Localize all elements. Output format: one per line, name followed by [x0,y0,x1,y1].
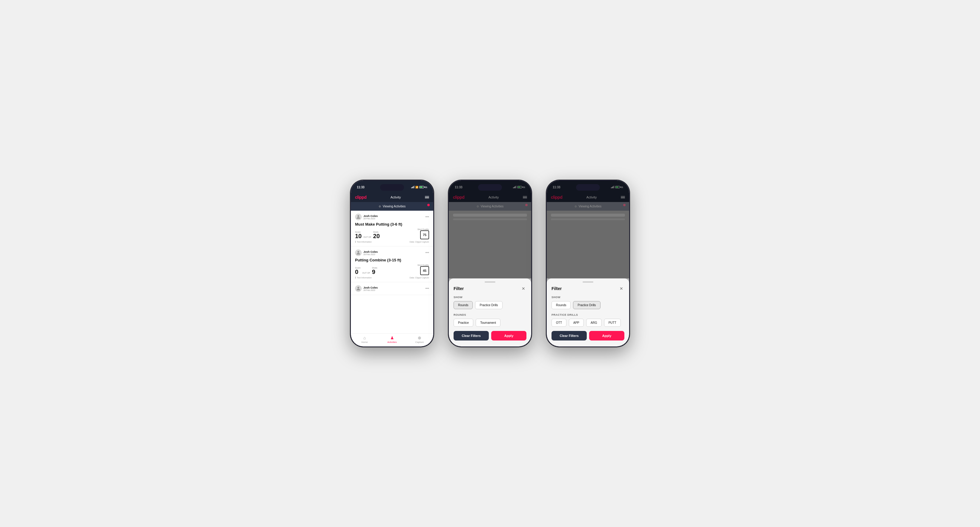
phone-1-screen: 11:33 📶 31 clippd [351,181,433,346]
tournament-btn-2[interactable]: Tournament [476,319,500,327]
more-dots-2[interactable]: ••• [425,251,429,254]
drills-section-3: Practice Drills OTT APP ARG PUTT [552,313,624,327]
nav-activities-1[interactable]: ♟ Activities [378,335,406,343]
more-dots-3[interactable]: ••• [425,287,429,290]
activity-item-1: Josh Coles 28 Feb 2023 ••• Must Make Put… [351,211,433,246]
activity-footer-1: ℹ Test Information Data: Clippd Capture [355,241,429,243]
rounds-label-2: Rounds [453,313,527,316]
capture-icon-1: ⊕ [418,335,421,340]
sq-label-1: Shot Quality [417,228,429,230]
filter-overlay-2: Filter ✕ Show Rounds Practice Drills Rou… [449,181,531,346]
apply-btn-3[interactable]: Apply [589,331,624,340]
test-info-2: ℹ Test Information [355,276,372,279]
user-date-2: 28 Feb 2023 [363,253,378,256]
practice-drills-btn-3[interactable]: Practice Drills [573,301,600,309]
data-source-2: Data: Clippd Capture [410,277,429,279]
user-row-3: Josh Coles 28 Feb 2023 [355,285,378,292]
svg-point-0 [358,215,359,217]
activity-footer-2: ℹ Test Information Data: Clippd Capture [355,276,429,279]
practice-round-btn-2[interactable]: Practice [453,319,473,327]
rounds-section-2: Rounds Practice Tournament [453,313,527,327]
header-title-1: Activity [391,195,401,199]
avatar-2 [355,249,361,256]
nav-home-1[interactable]: ⌂ Home [351,335,378,343]
apply-btn-2[interactable]: Apply [491,331,527,340]
user-name-3: Josh Coles [363,286,378,289]
signal-bars-1 [411,186,414,188]
rounds-btn-2[interactable]: Rounds [453,301,473,309]
app-btn-3[interactable]: APP [569,319,584,327]
sq-badge-1: 75 [420,230,429,239]
putt-btn-3[interactable]: PUTT [604,319,621,327]
nav-home-label-1: Home [361,341,368,343]
filter-header-2: Filter ✕ [453,286,527,292]
close-button-2[interactable]: ✕ [520,286,527,292]
activity-header-2: Josh Coles 28 Feb 2023 ••• [355,249,429,256]
score-value-1: 10 [355,233,361,239]
user-row-2: Josh Coles 28 Feb 2023 [355,249,378,256]
activity-header-1: Josh Coles 28 Feb 2023 ••• [355,214,429,220]
filter-header-3: Filter ✕ [552,286,624,292]
svg-point-2 [358,287,359,289]
status-time-1: 11:33 [357,186,364,189]
user-row-1: Josh Coles 28 Feb 2023 [355,214,378,220]
filter-title-2: Filter [453,286,464,291]
user-info-1: Josh Coles 28 Feb 2023 [363,214,378,220]
show-label-2: Show [453,296,527,299]
ott-btn-3[interactable]: OTT [552,319,566,327]
show-buttons-2: Rounds Practice Drills [453,301,527,309]
filter-sheet-2: Filter ✕ Show Rounds Practice Drills Rou… [449,278,531,346]
battery-1 [419,186,424,188]
activity-list-1: Josh Coles 28 Feb 2023 ••• Must Make Put… [351,211,433,333]
status-icons-1: 📶 31 [411,186,427,189]
filter-overlay-3: Filter ✕ Show Rounds Practice Drills Pra… [547,181,629,346]
clear-filters-btn-3[interactable]: Clear Filters [552,331,587,340]
dynamic-island-2 [478,184,502,191]
more-dots-1[interactable]: ••• [425,215,429,219]
shots-value-2: 9 [372,268,375,275]
rounds-btn-3[interactable]: Rounds [552,301,571,309]
clear-filters-btn-2[interactable]: Clear Filters [453,331,489,340]
phones-container: 11:33 📶 31 clippd [350,180,630,347]
arg-btn-3[interactable]: ARG [586,319,602,327]
activity-title-2: Putting Combine (3-15 ft) [355,258,429,262]
filter-actions-2: Clear Filters Apply [453,331,527,340]
user-name-1: Josh Coles [363,214,378,217]
out-of-1: OUT OF [363,236,371,238]
sq-label-2: Shot Quality [417,264,429,266]
filter-handle-2 [485,281,495,283]
user-date-1: 28 Feb 2023 [363,217,378,220]
shot-quality-group-2: Shot Quality 45 [417,264,429,275]
logo-1: clippd [355,195,366,200]
sq-badge-2: 45 [420,266,429,275]
nav-capture-1[interactable]: ⊕ Capture [406,335,433,343]
phone-2: 11:33 31 clippd Activity ⚙ [448,180,532,347]
hamburger-icon-1[interactable] [425,196,429,199]
stats-row-1: Score 10 OUT OF Shots 20 Shot Quality 75 [355,228,429,239]
avatar-3 [355,285,361,292]
activities-icon-1: ♟ [390,335,394,340]
out-of-2: OUT OF [362,272,370,274]
filter-backdrop-3[interactable] [547,181,629,278]
drill-buttons-3: OTT APP ARG PUTT [552,319,624,327]
filter-handle-3 [582,281,593,283]
filter-actions-3: Clear Filters Apply [552,331,624,340]
viewing-bar-1[interactable]: ⚙ Viewing Activities [351,202,433,211]
rounds-buttons-2: Practice Tournament [453,319,527,327]
shots-group-2: Shots 9 [372,267,377,275]
nav-activities-label-1: Activities [387,341,397,343]
drills-label-3: Practice Drills [552,313,624,316]
nav-capture-label-1: Capture [415,341,424,343]
phone-1: 11:33 📶 31 clippd [350,180,434,347]
data-source-1: Data: Clippd Capture [410,241,429,243]
practice-drills-btn-2[interactable]: Practice Drills [475,301,502,309]
score-group-1: Score 10 [355,231,361,239]
dynamic-island-3 [576,184,600,191]
phone-2-screen: 11:33 31 clippd Activity ⚙ [449,181,531,346]
app-header-1: clippd Activity [351,192,433,202]
home-icon-1: ⌂ [363,335,366,340]
close-button-3[interactable]: ✕ [619,286,624,292]
red-dot-1 [427,204,430,206]
filter-backdrop-2[interactable] [449,181,531,278]
filter-sheet-3: Filter ✕ Show Rounds Practice Drills Pra… [547,278,629,346]
